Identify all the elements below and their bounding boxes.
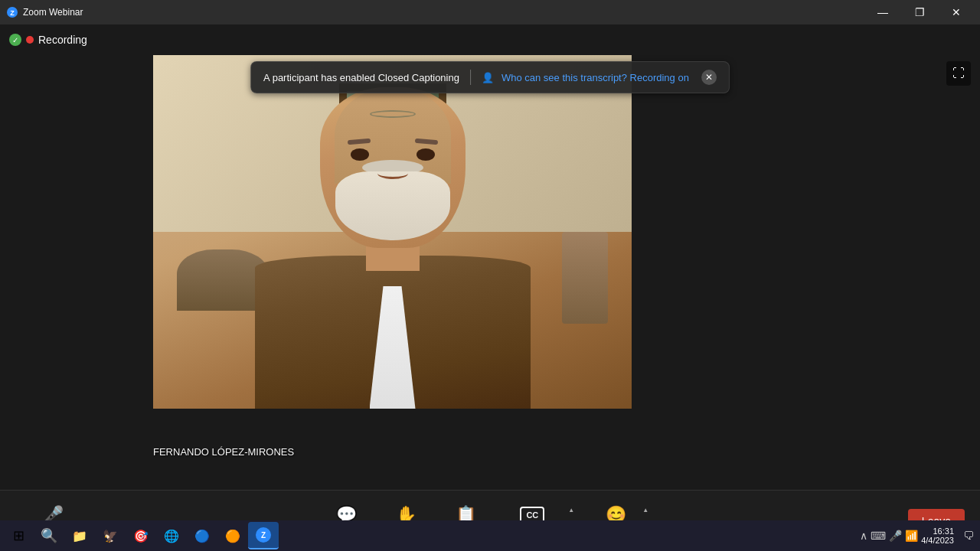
jacket [255,256,531,409]
window-controls: — ❐ ✕ [865,0,974,24]
recording-red-dot [26,36,34,44]
taskbar-start-button[interactable]: ⊞ [3,522,34,549]
zoom-taskbar-icon: Z [255,527,272,543]
taskbar-browser2[interactable]: 🌐 [156,522,187,549]
necklace [370,110,416,118]
recording-bar: Recording [0,24,96,55]
taskbar-browser3[interactable]: 🔵 [187,522,217,549]
taskbar-chevron-icon[interactable]: ∧ [860,530,867,542]
shelf [562,232,608,324]
taskbar-keyboard-icon[interactable]: ⌨ [871,530,886,542]
participant-name: FERNANDO LÓPEZ-MIRONES [153,446,294,458]
shirt-opening [370,286,416,409]
eye-right [416,148,435,161]
clock-date: 4/4/2023 [921,536,954,545]
cc-person-icon: 👤 [482,72,494,83]
video-scene [153,55,632,409]
title-bar: Z Zoom Webinar — ❐ ✕ [0,0,980,24]
notification-divider [470,70,471,85]
video-frame [153,55,632,409]
svg-text:Z: Z [261,531,266,540]
mouth [377,168,408,179]
reactions-caret-icon[interactable]: ▲ [641,505,650,515]
taskbar-browser1[interactable]: 🦅 [95,522,126,549]
taskbar-file-explorer[interactable]: 📁 [64,522,95,549]
taskbar-app2[interactable]: 🟠 [217,522,248,549]
beard [335,171,450,240]
maximize-button[interactable]: ❐ [902,0,937,24]
close-button[interactable]: ✕ [939,0,974,24]
eye-left [351,148,369,161]
zoom-icon: Z [6,6,18,18]
head [320,87,466,248]
minimize-button[interactable]: — [865,0,900,24]
taskbar-notification-icon[interactable]: 🗨 [963,530,974,542]
window-title: Zoom Webinar [23,7,865,18]
notification-text: A participant has enabled Closed Caption… [263,72,459,83]
taskbar-app1[interactable]: 🎯 [126,522,156,549]
svg-text:Z: Z [10,9,15,17]
notification-banner: A participant has enabled Closed Caption… [250,61,730,93]
taskbar-search-button[interactable]: 🔍 [34,522,64,549]
taskbar-zoom[interactable]: Z [248,522,279,549]
notification-link[interactable]: Who can see this transcript? Recording o… [501,72,689,83]
recording-label: Recording [38,34,87,46]
taskbar-wifi-icon[interactable]: 📶 [905,530,918,542]
taskbar: ⊞ 🔍 📁 🦅 🎯 🌐 🔵 🟠 Z ∧ ⌨ 🎤 📶 16:31 4/4/2023… [0,520,980,551]
recording-green-dot [9,34,21,46]
taskbar-sys-icons: ∧ ⌨ 🎤 📶 16:31 4/4/2023 🗨 [857,527,977,545]
taskbar-clock[interactable]: 16:31 4/4/2023 [921,527,960,545]
expand-button[interactable]: ⛶ [946,61,971,86]
notification-close-button[interactable]: ✕ [701,70,717,85]
main-area: A participant has enabled Closed Caption… [0,24,980,490]
taskbar-mic-icon[interactable]: 🎤 [889,530,902,542]
captions-caret-icon[interactable]: ▲ [567,505,576,515]
clock-time: 16:31 [921,527,954,536]
